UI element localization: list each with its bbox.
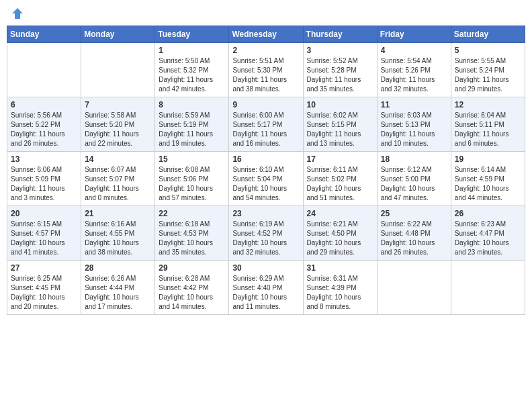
day-info: Sunrise: 6:18 AM Sunset: 4:53 PM Dayligh… [159,220,225,257]
day-info: Sunrise: 6:29 AM Sunset: 4:40 PM Dayligh… [232,274,299,312]
calendar-cell: 28Sunrise: 6:26 AM Sunset: 4:44 PM Dayli… [81,261,155,315]
day-number: 21 [85,209,151,218]
day-info: Sunrise: 5:58 AM Sunset: 5:20 PM Dayligh… [85,111,151,148]
calendar-cell: 15Sunrise: 6:08 AM Sunset: 5:06 PM Dayli… [155,152,229,206]
day-info: Sunrise: 5:51 AM Sunset: 5:30 PM Dayligh… [232,56,299,94]
day-number: 20 [11,209,77,218]
day-number: 11 [381,100,447,109]
day-number: 3 [307,46,373,55]
calendar-week-row: 13Sunrise: 6:06 AM Sunset: 5:09 PM Dayli… [7,152,525,206]
day-info: Sunrise: 6:28 AM Sunset: 4:42 PM Dayligh… [159,274,225,312]
calendar-cell: 14Sunrise: 6:07 AM Sunset: 5:07 PM Dayli… [81,152,155,206]
weekday-header: Friday [377,26,451,43]
day-info: Sunrise: 6:02 AM Sunset: 5:15 PM Dayligh… [307,111,373,148]
calendar-cell: 7Sunrise: 5:58 AM Sunset: 5:20 PM Daylig… [81,97,155,152]
calendar-cell: 20Sunrise: 6:15 AM Sunset: 4:57 PM Dayli… [7,206,81,261]
calendar-cell: 3Sunrise: 5:52 AM Sunset: 5:28 PM Daylig… [303,43,377,97]
day-number: 4 [381,46,447,55]
day-number: 9 [232,100,299,109]
day-info: Sunrise: 6:12 AM Sunset: 5:00 PM Dayligh… [381,165,447,203]
day-number: 29 [159,263,225,273]
day-number: 28 [85,263,151,273]
day-number: 7 [85,100,151,109]
calendar-cell: 12Sunrise: 6:04 AM Sunset: 5:11 PM Dayli… [451,97,525,152]
calendar-header-row: SundayMondayTuesdayWednesdayThursdayFrid… [7,26,525,43]
calendar-cell: 8Sunrise: 5:59 AM Sunset: 5:19 PM Daylig… [155,97,229,152]
calendar-cell: 9Sunrise: 6:00 AM Sunset: 5:17 PM Daylig… [229,97,303,152]
day-number: 13 [11,154,77,164]
day-number: 2 [232,46,299,55]
logo-icon [11,7,24,20]
weekday-header: Saturday [451,26,525,43]
calendar-cell: 21Sunrise: 6:16 AM Sunset: 4:55 PM Dayli… [81,206,155,261]
calendar-cell [7,43,81,97]
day-info: Sunrise: 5:55 AM Sunset: 5:24 PM Dayligh… [455,56,521,94]
day-info: Sunrise: 6:04 AM Sunset: 5:11 PM Dayligh… [455,111,521,148]
calendar-cell: 23Sunrise: 6:19 AM Sunset: 4:52 PM Dayli… [229,206,303,261]
weekday-header: Wednesday [229,26,303,43]
logo [9,7,24,20]
weekday-header: Sunday [7,26,81,43]
calendar-cell [81,43,155,97]
day-info: Sunrise: 5:50 AM Sunset: 5:32 PM Dayligh… [159,56,225,94]
day-info: Sunrise: 5:54 AM Sunset: 5:26 PM Dayligh… [381,56,447,94]
calendar-week-row: 27Sunrise: 6:25 AM Sunset: 4:45 PM Dayli… [7,261,525,315]
day-number: 12 [455,100,521,109]
day-info: Sunrise: 6:22 AM Sunset: 4:48 PM Dayligh… [381,220,447,257]
day-number: 8 [159,100,225,109]
day-number: 15 [159,154,225,164]
calendar-cell: 1Sunrise: 5:50 AM Sunset: 5:32 PM Daylig… [155,43,229,97]
day-number: 24 [307,209,373,218]
day-info: Sunrise: 6:26 AM Sunset: 4:44 PM Dayligh… [85,274,151,312]
day-number: 25 [381,209,447,218]
day-number: 1 [159,46,225,55]
calendar-cell: 13Sunrise: 6:06 AM Sunset: 5:09 PM Dayli… [7,152,81,206]
day-info: Sunrise: 6:15 AM Sunset: 4:57 PM Dayligh… [11,220,77,257]
calendar-cell: 19Sunrise: 6:14 AM Sunset: 4:59 PM Dayli… [451,152,525,206]
day-info: Sunrise: 5:52 AM Sunset: 5:28 PM Dayligh… [307,56,373,94]
day-number: 23 [232,209,299,218]
day-info: Sunrise: 6:08 AM Sunset: 5:06 PM Dayligh… [159,165,225,203]
weekday-header: Thursday [303,26,377,43]
calendar-cell: 11Sunrise: 6:03 AM Sunset: 5:13 PM Dayli… [377,97,451,152]
calendar-week-row: 20Sunrise: 6:15 AM Sunset: 4:57 PM Dayli… [7,206,525,261]
day-info: Sunrise: 6:00 AM Sunset: 5:17 PM Dayligh… [232,111,299,148]
day-info: Sunrise: 6:25 AM Sunset: 4:45 PM Dayligh… [11,274,77,312]
day-number: 5 [455,46,521,55]
calendar-cell: 10Sunrise: 6:02 AM Sunset: 5:15 PM Dayli… [303,97,377,152]
day-info: Sunrise: 6:31 AM Sunset: 4:39 PM Dayligh… [307,274,373,312]
day-info: Sunrise: 5:59 AM Sunset: 5:19 PM Dayligh… [159,111,225,148]
calendar-cell: 22Sunrise: 6:18 AM Sunset: 4:53 PM Dayli… [155,206,229,261]
day-info: Sunrise: 6:16 AM Sunset: 4:55 PM Dayligh… [85,220,151,257]
calendar-cell [451,261,525,315]
calendar-table: SundayMondayTuesdayWednesdayThursdayFrid… [7,26,525,315]
calendar-week-row: 1Sunrise: 5:50 AM Sunset: 5:32 PM Daylig… [7,43,525,97]
calendar-cell: 17Sunrise: 6:11 AM Sunset: 5:02 PM Dayli… [303,152,377,206]
calendar-cell [377,261,451,315]
day-info: Sunrise: 6:21 AM Sunset: 4:50 PM Dayligh… [307,220,373,257]
day-number: 31 [307,263,373,273]
day-number: 16 [232,154,299,164]
calendar-cell: 5Sunrise: 5:55 AM Sunset: 5:24 PM Daylig… [451,43,525,97]
calendar-cell: 6Sunrise: 5:56 AM Sunset: 5:22 PM Daylig… [7,97,81,152]
calendar-cell: 4Sunrise: 5:54 AM Sunset: 5:26 PM Daylig… [377,43,451,97]
day-info: Sunrise: 6:03 AM Sunset: 5:13 PM Dayligh… [381,111,447,148]
weekday-header: Monday [81,26,155,43]
day-number: 14 [85,154,151,164]
calendar-cell: 27Sunrise: 6:25 AM Sunset: 4:45 PM Dayli… [7,261,81,315]
day-info: Sunrise: 6:06 AM Sunset: 5:09 PM Dayligh… [11,165,77,203]
calendar-cell: 31Sunrise: 6:31 AM Sunset: 4:39 PM Dayli… [303,261,377,315]
day-number: 22 [159,209,225,218]
calendar-cell: 2Sunrise: 5:51 AM Sunset: 5:30 PM Daylig… [229,43,303,97]
calendar-cell: 25Sunrise: 6:22 AM Sunset: 4:48 PM Dayli… [377,206,451,261]
day-info: Sunrise: 6:07 AM Sunset: 5:07 PM Dayligh… [85,165,151,203]
day-info: Sunrise: 5:56 AM Sunset: 5:22 PM Dayligh… [11,111,77,148]
day-number: 18 [381,154,447,164]
day-info: Sunrise: 6:23 AM Sunset: 4:47 PM Dayligh… [455,220,521,257]
page-header [7,7,525,20]
weekday-header: Tuesday [155,26,229,43]
day-info: Sunrise: 6:11 AM Sunset: 5:02 PM Dayligh… [307,165,373,203]
day-number: 19 [455,154,521,164]
calendar-cell: 29Sunrise: 6:28 AM Sunset: 4:42 PM Dayli… [155,261,229,315]
day-number: 17 [307,154,373,164]
